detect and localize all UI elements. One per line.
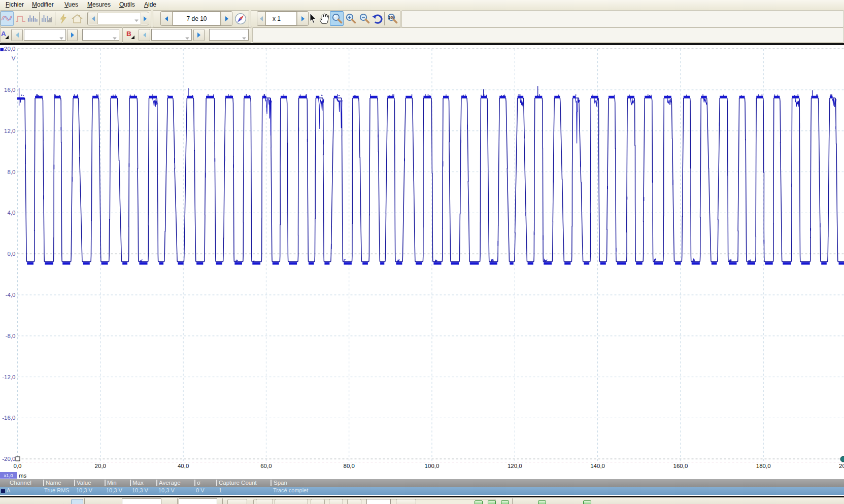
svg-text:ms: ms — [19, 473, 27, 479]
svg-text:4,0: 4,0 — [8, 210, 16, 216]
svg-text:-8,0: -8,0 — [6, 333, 16, 339]
svg-text:100: 100 — [388, 15, 394, 19]
svg-text:180,0: 180,0 — [756, 463, 771, 469]
svg-text:0,0: 0,0 — [14, 463, 22, 469]
svg-text:16,0: 16,0 — [4, 87, 15, 93]
svg-text:120,0: 120,0 — [508, 463, 522, 469]
svg-text:20,0: 20,0 — [4, 46, 15, 52]
svg-text:20,0: 20,0 — [95, 463, 106, 469]
svg-text:60,0: 60,0 — [260, 463, 272, 469]
svg-text:160,0: 160,0 — [673, 463, 688, 469]
svg-text:80,0: 80,0 — [344, 463, 355, 469]
svg-text:100,0: 100,0 — [425, 463, 440, 469]
svg-text:-4,0: -4,0 — [6, 292, 16, 298]
svg-text:140,0: 140,0 — [590, 463, 605, 469]
svg-text:8,0: 8,0 — [8, 169, 16, 175]
svg-text:V: V — [12, 55, 16, 61]
svg-text:12,0: 12,0 — [4, 128, 15, 134]
svg-text:-20,0: -20,0 — [2, 456, 15, 462]
svg-text:x1,0: x1,0 — [4, 473, 13, 478]
svg-text:0,0: 0,0 — [8, 251, 16, 257]
svg-text:-16,0: -16,0 — [2, 415, 15, 421]
svg-text:40,0: 40,0 — [178, 463, 189, 469]
svg-text:200,0: 200,0 — [839, 463, 844, 469]
svg-text:-12,0: -12,0 — [2, 374, 15, 380]
